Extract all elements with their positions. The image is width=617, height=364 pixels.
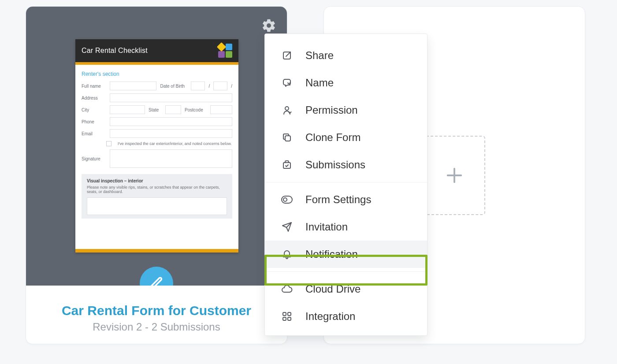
clone-icon [281,131,293,144]
form-preview: Car Rental Checklist Renter's section Fu… [75,39,238,253]
svg-rect-11 [288,317,291,320]
menu-item-label: Form Settings [305,193,371,206]
menu-item-label: Notification [305,248,358,260]
menu-item-label: Clone Form [305,131,361,144]
menu-item-permission[interactable]: Permission [265,97,427,124]
svg-rect-8 [283,312,286,316]
date-sep: / [208,84,210,89]
subsection-desc: Please note any visible rips, stains, or… [87,185,227,194]
label-email: Email [82,131,106,136]
add-form-placeholder [424,136,485,215]
menu-item-form-settings[interactable]: Form Settings [265,186,427,213]
permission-icon [281,104,293,116]
menu-divider [265,182,427,182]
menu-item-label: Permission [305,104,358,116]
menu-item-label: Invitation [305,221,348,233]
paper-plane-icon [281,221,293,233]
form-card[interactable]: Car Rental Checklist Renter's section Fu… [26,6,287,344]
label-dob: Date of Birth [160,84,187,89]
subsection-title: Visual inspection – interior [87,178,227,183]
checkbox-inspected [106,141,112,146]
edit-form-button[interactable] [140,267,173,286]
preview-logo-icon [218,44,232,58]
menu-item-share[interactable]: Share [265,42,427,69]
svg-point-7 [283,198,287,201]
menu-item-cloud-drive[interactable]: Cloud Drive [265,275,427,303]
pencil-icon [149,276,164,286]
form-title[interactable]: Car Rental Form for Customer [62,303,251,318]
plus-icon [444,165,465,186]
label-full-name: Full name [82,84,106,89]
menu-item-label: Integration [305,310,355,323]
menu-item-notification[interactable]: Notification [265,241,427,268]
toggle-icon [281,193,293,206]
name-icon [281,77,293,89]
bell-icon [281,248,293,260]
form-subtitle: Revision 2 - 2 Submissions [93,321,220,333]
label-signature: Signature [82,156,106,161]
label-state: State [149,108,162,112]
label-address: Address [82,96,106,100]
svg-rect-9 [288,312,291,316]
svg-point-3 [285,107,289,110]
form-card-preview-area: Car Rental Checklist Renter's section Fu… [26,7,287,286]
menu-item-invitation[interactable]: Invitation [265,213,427,241]
label-phone: Phone [82,119,106,124]
gear-icon[interactable] [261,18,276,33]
cloud-icon [281,283,293,295]
share-icon [281,49,293,62]
preview-section-title: Renter's section [82,71,232,77]
menu-item-name[interactable]: Name [265,69,427,97]
menu-item-submissions[interactable]: Submissions [265,151,427,178]
preview-title: Car Rental Checklist [82,47,148,55]
menu-item-label: Share [305,49,334,62]
label-inspected: I've inspected the car exterior/interior… [118,141,232,146]
svg-rect-10 [283,317,286,320]
menu-item-label: Submissions [305,159,365,171]
menu-item-label: Name [305,77,334,89]
label-city: City [82,108,106,112]
menu-item-clone[interactable]: Clone Form [265,124,427,151]
date-sep: / [231,84,232,89]
menu-item-label: Cloud Drive [305,283,361,295]
menu-divider [265,271,427,272]
form-context-menu: Share Name Permission Clone Form Submiss… [264,33,427,336]
menu-item-integration[interactable]: Integration [265,303,427,330]
label-postcode: Postcode [185,108,207,112]
grid-icon [281,310,293,323]
preview-header: Car Rental Checklist [75,39,238,62]
svg-rect-5 [283,163,290,168]
submissions-icon [281,159,293,171]
svg-rect-4 [285,136,290,141]
